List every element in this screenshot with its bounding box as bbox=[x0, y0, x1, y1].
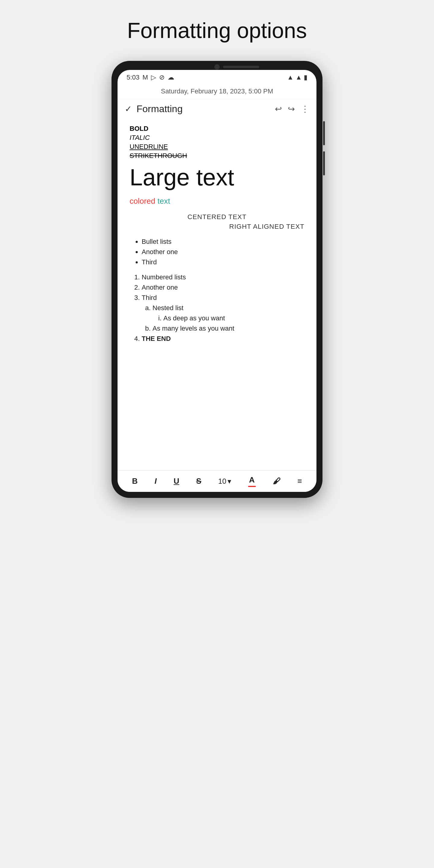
align-button[interactable]: ≡ bbox=[298, 476, 302, 486]
list-item: Numbered lists bbox=[142, 273, 304, 281]
wifi-icon: ▲ bbox=[287, 73, 293, 82]
list-item: THE END bbox=[142, 335, 304, 343]
list-item: As many levels as you want bbox=[153, 324, 304, 333]
phone-camera bbox=[214, 64, 220, 70]
bottom-toolbar: B I U S 10 ▾ A 🖌 ≡ bbox=[118, 470, 316, 492]
blocked-icon: ⊘ bbox=[159, 73, 164, 82]
right-aligned-text: RIGHT ALIGNED TEXT bbox=[130, 223, 304, 230]
bold-list-item: THE END bbox=[142, 335, 171, 342]
strikethrough-button[interactable]: S bbox=[196, 476, 201, 486]
phone-speaker bbox=[223, 66, 259, 68]
large-text: Large text bbox=[130, 164, 304, 190]
paint-format-button[interactable]: 🖌 bbox=[273, 476, 281, 486]
underline-text: UNEDRLINE bbox=[130, 143, 304, 151]
battery-icon: ▮ bbox=[304, 73, 307, 82]
bullet-list: Bullet lists Another one Third bbox=[130, 238, 304, 266]
font-size-selector[interactable]: 10 ▾ bbox=[218, 477, 231, 486]
side-button-2 bbox=[323, 151, 325, 176]
cloud-icon: ☁ bbox=[167, 73, 174, 82]
content-area: BOLD ITALIC UNEDRLINE STRIKETHROUGH Larg… bbox=[118, 119, 316, 470]
redo-icon[interactable]: ↪ bbox=[288, 104, 295, 114]
list-item: Nested list As deep as you want bbox=[153, 304, 304, 322]
top-toolbar: ✓ Formatting ↩ ↪ ⋮ bbox=[118, 99, 316, 119]
page-title: Formatting options bbox=[127, 18, 307, 43]
status-time: 5:03 bbox=[127, 73, 140, 82]
list-item: Third bbox=[142, 258, 304, 266]
date-bar: Saturday, February 18, 2023, 5:00 PM bbox=[118, 85, 316, 99]
colored-red-text: colored bbox=[130, 196, 155, 206]
undo-icon[interactable]: ↩ bbox=[275, 104, 282, 114]
play-icon: ▷ bbox=[151, 73, 156, 82]
phone-frame: 5:03 M ▷ ⊘ ☁ ▲ ▲ ▮ Saturday, February 18… bbox=[112, 61, 322, 498]
status-left: 5:03 M ▷ ⊘ ☁ bbox=[127, 73, 174, 82]
side-button bbox=[323, 121, 325, 145]
phone-screen: 5:03 M ▷ ⊘ ☁ ▲ ▲ ▮ Saturday, February 18… bbox=[118, 70, 316, 492]
signal-icon: ▲ bbox=[296, 73, 302, 82]
strikethrough-text: STRIKETHROUGH bbox=[130, 152, 304, 160]
nested-roman-list: As deep as you want bbox=[153, 314, 304, 322]
bold-button[interactable]: B bbox=[132, 476, 138, 486]
more-icon[interactable]: ⋮ bbox=[301, 104, 309, 114]
color-indicator bbox=[248, 486, 256, 487]
colored-text-line: colored text bbox=[130, 196, 304, 206]
text-color-button[interactable]: A bbox=[248, 475, 256, 487]
centered-text: CENTERED TEXT bbox=[130, 213, 304, 221]
note-title: Formatting bbox=[136, 103, 270, 115]
nested-alpha-list: Nested list As deep as you want As many … bbox=[142, 304, 304, 333]
list-item: Another one bbox=[142, 284, 304, 291]
bold-text: BOLD bbox=[130, 125, 304, 133]
colored-teal-text: text bbox=[158, 196, 170, 206]
italic-text: ITALIC bbox=[130, 134, 304, 142]
list-item: Another one bbox=[142, 248, 304, 256]
toolbar-icons: ↩ ↪ ⋮ bbox=[275, 104, 309, 114]
list-item: Bullet lists bbox=[142, 238, 304, 246]
status-right: ▲ ▲ ▮ bbox=[287, 73, 307, 82]
underline-button[interactable]: U bbox=[174, 476, 179, 486]
status-bar: 5:03 M ▷ ⊘ ☁ ▲ ▲ ▮ bbox=[118, 70, 316, 85]
italic-button[interactable]: I bbox=[155, 476, 157, 486]
check-icon[interactable]: ✓ bbox=[125, 104, 132, 114]
gmail-icon: M bbox=[143, 73, 148, 82]
list-item: As deep as you want bbox=[163, 314, 304, 322]
numbered-list: Numbered lists Another one Third Nested … bbox=[130, 273, 304, 343]
list-item: Third Nested list As deep as you want As… bbox=[142, 294, 304, 333]
